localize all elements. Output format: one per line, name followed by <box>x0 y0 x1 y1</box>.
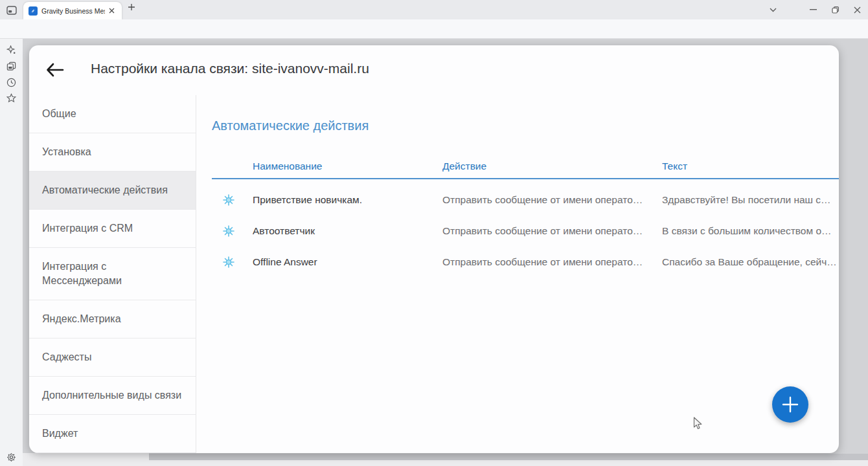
browser-tab-strip: Gravity Business Messenger <box>0 0 868 19</box>
ai-sparkle-icon[interactable] <box>5 44 17 56</box>
nav-item-widget[interactable]: Виджет <box>29 415 196 453</box>
action-type: Отправить сообщение от имени операто… <box>442 225 662 237</box>
firefox-view-icon[interactable] <box>5 4 19 16</box>
browser-tab[interactable]: Gravity Business Messenger <box>23 2 122 19</box>
browser-toolbar <box>0 19 868 39</box>
underlying-page-band <box>149 454 868 460</box>
underlying-page-edge-2 <box>149 460 868 466</box>
page-title: Настройки канала связи: site-ivanovv-mai… <box>91 61 369 76</box>
nav-item-installation[interactable]: Установка <box>29 133 196 172</box>
action-text: Здравствуйте! Вы посетили наш с… <box>662 194 839 206</box>
minimize-icon[interactable] <box>802 0 824 19</box>
nav-item-general[interactable]: Общие <box>29 95 196 133</box>
table-header-row: Наименование Действие Текст <box>212 159 839 179</box>
mouse-cursor <box>693 417 703 430</box>
restore-icon[interactable] <box>824 0 846 19</box>
pages-icon[interactable] <box>5 60 17 72</box>
settings-gear-icon[interactable] <box>5 451 17 463</box>
nav-item-additional-communication[interactable]: Дополнительные виды связи <box>29 377 196 415</box>
automation-snowflake-icon <box>212 194 253 206</box>
column-header-name: Наименование <box>253 161 442 178</box>
action-name: Приветствие новичкам. <box>253 194 442 206</box>
column-header-action: Действие <box>442 161 662 178</box>
section-heading: Автоматические действия <box>212 118 369 133</box>
action-text: В связи с большим количеством о… <box>662 225 839 237</box>
table-body: Приветствие новичкам. Отправить сообщени… <box>212 184 839 278</box>
action-name: Автоответчик <box>253 225 442 237</box>
settings-content: Автоматические действия Наименование Дей… <box>212 95 839 453</box>
browser-sidebar-strip <box>0 39 23 466</box>
nav-item-automatic-actions[interactable]: Автоматические действия <box>29 172 196 210</box>
action-type: Отправить сообщение от имени операто… <box>442 194 662 206</box>
action-type: Отправить сообщение от имени операто… <box>442 256 662 268</box>
underlying-page-edge <box>23 453 149 466</box>
new-tab-icon[interactable] <box>128 3 142 16</box>
nav-item-suggests[interactable]: Саджесты <box>29 338 196 377</box>
action-text: Спасибо за Ваше обращение, сейч… <box>662 256 839 268</box>
action-name: Offline Answer <box>253 256 442 268</box>
tab-title: Gravity Business Messenger <box>41 7 105 15</box>
nav-item-messenger-integration[interactable]: Интеграция с Мессенджерами <box>29 248 196 300</box>
automatic-actions-table: Наименование Действие Текст Приветствие … <box>212 159 839 278</box>
tab-close-icon[interactable] <box>109 8 118 14</box>
automation-snowflake-icon <box>212 225 253 238</box>
history-clock-icon[interactable] <box>5 76 17 89</box>
close-window-icon[interactable] <box>846 0 868 19</box>
automation-snowflake-icon <box>212 256 253 269</box>
modal-header: Настройки канала связи: site-ivanovv-mai… <box>29 45 839 95</box>
add-action-fab[interactable] <box>772 386 808 423</box>
table-row[interactable]: Приветствие новичкам. Отправить сообщени… <box>212 184 839 216</box>
list-tabs-chevron-icon[interactable] <box>763 0 782 19</box>
plus-icon <box>781 395 799 414</box>
bookmarks-star-icon[interactable] <box>5 92 17 104</box>
settings-nav: Общие Установка Автоматические действия … <box>29 95 196 453</box>
gravity-favicon <box>29 6 38 16</box>
table-row[interactable]: Автоответчик Отправить сообщение от имен… <box>212 216 839 247</box>
column-icon-spacer <box>212 172 253 178</box>
back-arrow-icon[interactable] <box>43 58 67 82</box>
nav-item-yandex-metrika[interactable]: Яндекс.Метрика <box>29 300 196 338</box>
channel-settings-modal: Настройки канала связи: site-ivanovv-mai… <box>29 45 839 453</box>
window-controls <box>802 0 868 19</box>
table-row[interactable]: Offline Answer Отправить сообщение от им… <box>212 247 839 278</box>
column-header-text: Текст <box>662 161 839 178</box>
nav-item-crm-integration[interactable]: Интеграция с CRM <box>29 210 196 248</box>
